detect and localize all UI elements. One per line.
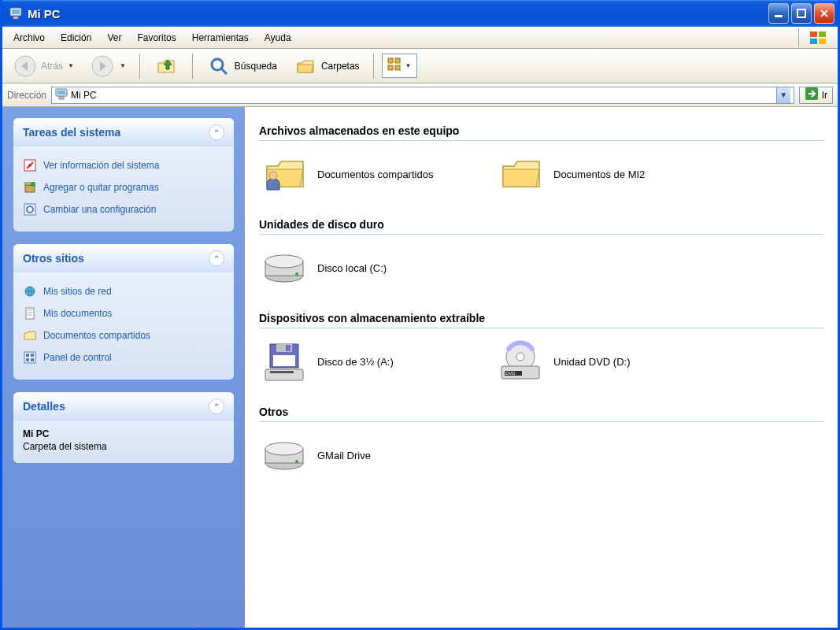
folders-button[interactable]: Carpetas (287, 50, 365, 82)
svg-rect-47 (286, 345, 290, 351)
go-button[interactable]: Ir (799, 87, 833, 104)
menubar: Archivo Edición Ver Favoritos Herramient… (2, 27, 838, 49)
mypc-icon (55, 87, 68, 102)
chevron-down-icon: ▼ (405, 62, 412, 69)
task-label: Ver información del sistema (43, 160, 159, 171)
address-field[interactable]: Mi PC ▼ (51, 87, 794, 104)
item-gmail-drive[interactable]: GMail Drive (259, 428, 495, 482)
collapse-icon[interactable]: ⌃ (209, 124, 224, 140)
menu-edicion[interactable]: Edición (53, 29, 99, 46)
hdd-icon (262, 246, 306, 290)
group-header: Dispositivos con almacenamiento extraíbl… (259, 307, 823, 328)
forward-button[interactable]: ▼ (84, 50, 131, 82)
panel-header[interactable]: Tareas del sistema ⌃ (13, 118, 234, 146)
task-network-places[interactable]: Mis sitios de red (23, 280, 224, 302)
svg-rect-4 (797, 9, 805, 17)
svg-point-58 (265, 443, 303, 455)
panel-details: Detalles ⌃ Mi PC Carpeta del sistema (13, 392, 234, 463)
task-label: Panel de control (43, 352, 112, 363)
item-user-documents[interactable]: Documentos de MI2 (495, 147, 731, 201)
svg-rect-38 (26, 358, 29, 361)
views-button[interactable]: ▼ (382, 54, 417, 78)
panel-icon (23, 350, 37, 365)
views-icon (387, 57, 401, 74)
task-pane: Tareas del sistema ⌃ Ver información del… (2, 107, 245, 628)
address-dropdown[interactable]: ▼ (776, 87, 790, 103)
mypc-icon (9, 6, 23, 20)
svg-line-14 (221, 69, 227, 74)
menu-ver[interactable]: Ver (99, 29, 129, 46)
info-icon (23, 158, 37, 172)
svg-point-27 (31, 182, 35, 187)
svg-point-43 (265, 255, 303, 268)
box-icon (23, 180, 37, 195)
floppy-icon (262, 339, 306, 384)
back-arrow-icon (13, 54, 38, 79)
item-floppy-a[interactable]: Disco de 3½ (A:) (259, 335, 495, 388)
maximize-button[interactable] (791, 3, 812, 24)
windows-flag-icon[interactable] (798, 28, 836, 47)
panel-header[interactable]: Detalles ⌃ (13, 392, 234, 421)
svg-rect-37 (31, 354, 34, 357)
svg-rect-18 (395, 65, 400, 70)
doc-icon (23, 306, 37, 321)
item-label: Disco de 3½ (A:) (317, 356, 394, 368)
svg-point-59 (295, 460, 298, 463)
panel-system-tasks: Tareas del sistema ⌃ Ver información del… (13, 118, 234, 232)
item-dvd-d[interactable]: DVD Unidad DVD (D:) (495, 335, 731, 388)
group-header: Otros (259, 401, 823, 422)
folders-icon (293, 54, 318, 79)
menu-ayuda[interactable]: Ayuda (257, 29, 299, 46)
panel-header[interactable]: Otros sitios ⌃ (13, 244, 234, 272)
svg-rect-1 (12, 9, 20, 14)
up-button[interactable] (148, 50, 184, 82)
menu-favoritos[interactable]: Favoritos (129, 29, 183, 46)
svg-text:DVD: DVD (505, 371, 516, 376)
gear-icon (23, 202, 37, 217)
svg-point-52 (516, 353, 524, 361)
titlebar[interactable]: Mi PC (2, 0, 838, 27)
task-add-remove-programs[interactable]: Agregar o quitar programas (23, 176, 224, 198)
item-shared-documents[interactable]: Documentos compartidos (259, 147, 495, 201)
close-button[interactable] (814, 3, 834, 24)
svg-point-44 (295, 272, 298, 276)
collapse-icon[interactable]: ⌃ (209, 398, 224, 414)
item-label: Documentos de MI2 (553, 169, 645, 180)
item-label: GMail Drive (317, 450, 371, 461)
explorer-window: Mi PC Archivo Edición Ver Favoritos Herr… (0, 0, 840, 630)
svg-rect-48 (273, 355, 295, 366)
folders-label: Carpetas (321, 61, 360, 72)
item-local-disk-c[interactable]: Disco local (C:) (259, 241, 495, 295)
toolbar: Atrás ▼ ▼ Búsqueda Carpetas (2, 49, 838, 83)
window-title: Mi PC (28, 7, 768, 20)
task-control-panel[interactable]: Panel de control (23, 346, 224, 369)
menu-herramientas[interactable]: Herramientas (184, 29, 257, 46)
search-button[interactable]: Búsqueda (201, 50, 283, 82)
chevron-down-icon: ▼ (120, 62, 126, 69)
forward-arrow-icon (90, 54, 115, 79)
minimize-button[interactable] (768, 3, 789, 24)
back-label: Atrás (41, 61, 63, 72)
task-system-info[interactable]: Ver información del sistema (23, 154, 224, 176)
svg-point-13 (212, 59, 223, 70)
svg-rect-31 (26, 308, 34, 319)
shared-folder-icon (262, 152, 306, 196)
folder-icon (498, 152, 542, 196)
folder-icon (23, 328, 37, 343)
task-change-setting[interactable]: Cambiar una configuración (23, 198, 224, 220)
task-label: Agregar o quitar programas (43, 182, 159, 193)
menu-archivo[interactable]: Archivo (6, 29, 53, 46)
task-shared-documents[interactable]: Documentos compartidos (23, 324, 224, 346)
details-name: Mi PC (23, 428, 224, 439)
group-header: Unidades de disco duro (259, 213, 823, 235)
svg-rect-17 (388, 65, 393, 70)
collapse-icon[interactable]: ⌃ (209, 250, 224, 266)
details-type: Carpeta del sistema (23, 441, 224, 452)
task-my-documents[interactable]: Mis documentos (23, 302, 224, 324)
back-button[interactable]: Atrás ▼ (7, 50, 80, 82)
search-icon (206, 54, 231, 79)
svg-point-24 (28, 164, 31, 167)
item-label: Documentos compartidos (317, 169, 433, 180)
task-label: Mis sitios de red (43, 286, 112, 297)
task-label: Documentos compartidos (43, 330, 150, 341)
